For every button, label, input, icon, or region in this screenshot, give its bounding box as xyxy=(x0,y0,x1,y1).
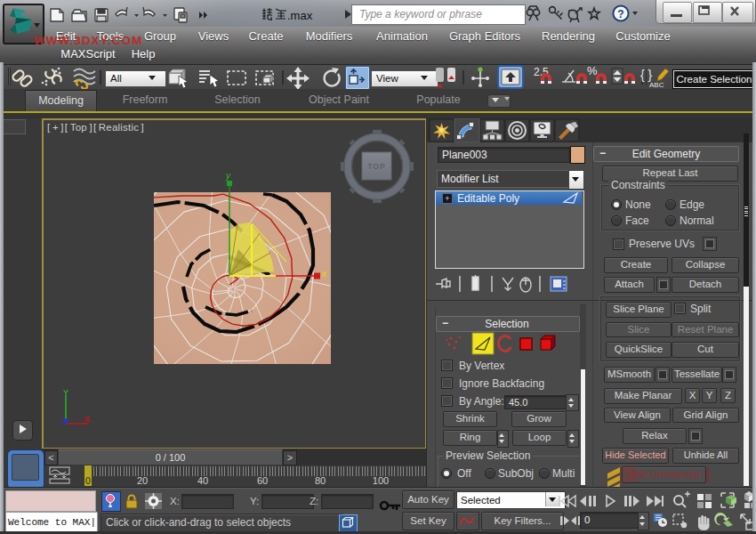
svg-text:.max: .max xyxy=(287,9,313,22)
svg-text:?: ? xyxy=(617,8,623,20)
svg-text:%: % xyxy=(587,64,598,77)
svg-text:y: y xyxy=(225,171,231,181)
svg-text:TOP: TOP xyxy=(367,162,385,171)
svg-text:ABC: ABC xyxy=(649,81,664,89)
